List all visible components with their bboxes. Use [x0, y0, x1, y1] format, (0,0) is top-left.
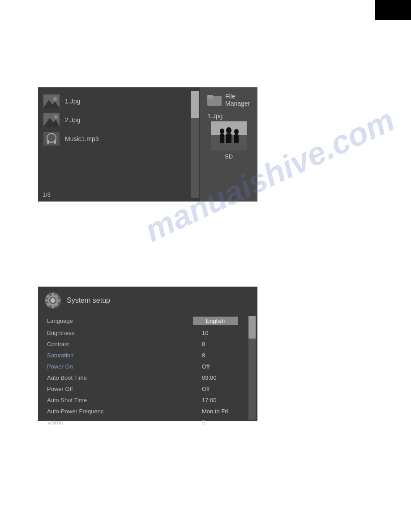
svg-point-14: [220, 129, 224, 134]
svg-point-2: [53, 97, 57, 101]
storage-label: SD: [225, 153, 233, 160]
scrollbar-thumb: [191, 91, 199, 118]
audio-icon: [43, 132, 60, 146]
system-setup-panel: System setup Language English Brightness…: [38, 287, 257, 421]
row-value: 5: [202, 419, 238, 426]
svg-rect-24: [52, 305, 54, 308]
row-value: Off: [202, 386, 238, 392]
svg-point-5: [54, 115, 58, 119]
row-value: 8: [202, 341, 238, 348]
setup-content: Language English Brightness 10 Contrast …: [38, 314, 257, 422]
row-label: Saturation: [47, 352, 202, 359]
row-label: Brightness: [47, 330, 202, 336]
file-manager-label: File Manager: [225, 93, 250, 107]
row-label: Power On: [47, 363, 202, 370]
image-icon: [43, 113, 60, 127]
preview-file-name: 1.Jpg: [204, 112, 223, 120]
row-label: Auto Shut Time: [47, 397, 202, 403]
image-icon: [43, 94, 60, 108]
scrollbar-thumb: [248, 316, 256, 339]
svg-rect-15: [220, 134, 224, 143]
setup-row-auto-shut-time[interactable]: Auto Shut Time 17:00: [47, 395, 238, 406]
list-item[interactable]: 2.Jpg: [38, 111, 190, 129]
setup-row-auto-boot-time[interactable]: Auto Boot Time 09:00: [47, 372, 238, 383]
setup-header: System setup: [38, 287, 257, 314]
setup-row-contrast[interactable]: Contrast 8: [47, 339, 238, 350]
setup-row-saturation[interactable]: Saturation 8: [47, 350, 238, 361]
row-value: 10: [202, 330, 238, 336]
setup-row-brightness[interactable]: Brightness 10: [47, 327, 238, 339]
row-label: Contrast: [47, 341, 202, 348]
setup-rows: Language English Brightness 10 Contrast …: [38, 314, 247, 422]
row-value: 09:00: [202, 374, 238, 381]
setup-scrollbar[interactable]: [248, 316, 256, 420]
file-name: 1.Jpg: [65, 98, 80, 105]
svg-rect-26: [57, 300, 60, 301]
row-label: Auto Boot Time: [47, 374, 202, 381]
gear-icon: [44, 292, 61, 309]
setup-row-auto-power-freq[interactable]: Auto-Power Frequenc Mon.to Fri.: [47, 406, 238, 417]
file-preview-panel: File Manager 1.Jpg: [200, 87, 257, 202]
svg-rect-7: [47, 140, 49, 144]
setup-row-language[interactable]: Language English: [47, 314, 238, 327]
svg-rect-17: [226, 133, 231, 143]
row-label: Volme: [47, 419, 202, 426]
svg-rect-8: [54, 140, 56, 144]
setup-title: System setup: [67, 296, 110, 305]
file-name: 2.Jpg: [65, 116, 80, 124]
row-value: Off: [202, 363, 238, 370]
page-indicator: 1/3: [43, 191, 51, 198]
list-item[interactable]: 1.Jpg: [38, 92, 190, 111]
setup-row-power-on[interactable]: Power On Off: [47, 361, 238, 372]
svg-rect-23: [52, 293, 54, 296]
svg-rect-10: [207, 95, 213, 99]
row-label: Language: [47, 317, 193, 324]
svg-point-18: [234, 129, 239, 134]
row-value: Mon.to Fri.: [202, 408, 238, 415]
preview-header: File Manager: [204, 91, 254, 109]
svg-rect-25: [45, 300, 48, 301]
row-label: Power Off: [47, 386, 202, 392]
svg-point-22: [51, 298, 55, 303]
svg-point-16: [226, 127, 231, 133]
list-item[interactable]: Music1.mp3: [38, 129, 190, 148]
file-scrollbar[interactable]: [191, 91, 199, 198]
top-right-rectangle: [375, 0, 411, 20]
row-value: 8: [202, 352, 238, 359]
row-value-english: English: [193, 317, 238, 325]
file-manager-panel: 1.Jpg 2.Jpg: [38, 87, 257, 202]
setup-row-power-off[interactable]: Power Off Off: [47, 383, 238, 395]
file-name: Music1.mp3: [65, 135, 98, 142]
row-label: Auto-Power Frequenc: [47, 408, 202, 415]
svg-rect-19: [234, 134, 239, 143]
folder-icon: [207, 94, 222, 106]
file-list: 1.Jpg 2.Jpg: [38, 87, 190, 202]
row-value: 17:00: [202, 397, 238, 403]
setup-row-volume[interactable]: Volme 5: [47, 417, 238, 428]
preview-image: [211, 121, 247, 150]
